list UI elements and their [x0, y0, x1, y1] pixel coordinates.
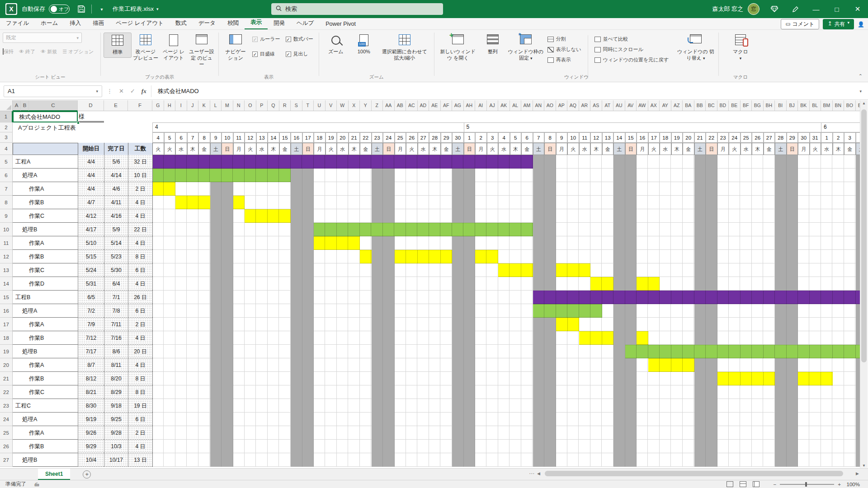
duration[interactable]: 6 日 — [128, 413, 152, 426]
end-date[interactable]: 10/17 — [104, 453, 128, 467]
end-date[interactable]: 7/1 — [104, 291, 128, 304]
gantt-bar-yellow[interactable] — [556, 318, 579, 331]
end-date[interactable]: 7/16 — [104, 331, 128, 345]
end-date[interactable]: 5/14 — [104, 236, 128, 250]
row-header-24[interactable]: 24 — [0, 413, 13, 426]
end-date[interactable]: 4/6 — [104, 182, 128, 196]
duration[interactable]: 4 日 — [128, 196, 152, 209]
start-date[interactable]: 5/10 — [78, 236, 104, 250]
gantt-day-cell[interactable]: 7 — [187, 132, 199, 143]
gantt-day-cell[interactable]: 9 — [210, 132, 222, 143]
row-header-1[interactable]: 1 — [0, 111, 13, 122]
column-header-AV[interactable]: AV — [625, 100, 637, 111]
column-header-G[interactable]: G — [152, 100, 164, 111]
end-date[interactable]: 8/20 — [104, 372, 128, 385]
column-header-BF[interactable]: BF — [741, 100, 752, 111]
gantt-day-cell[interactable]: 5 — [510, 132, 522, 143]
gantt-day-cell[interactable]: 24 — [729, 132, 741, 143]
end-date[interactable]: 4/16 — [104, 209, 128, 223]
gantt-weekday-cell[interactable]: 月 — [556, 143, 568, 155]
gantt-day-cell[interactable]: 13 — [256, 132, 268, 143]
column-header-C[interactable]: C — [29, 100, 78, 111]
start-date[interactable]: 7/2 — [78, 304, 104, 318]
gantt-day-cell[interactable]: 11 — [233, 132, 245, 143]
gantt-weekday-cell[interactable]: 木 — [752, 143, 764, 155]
row-header-12[interactable]: 12 — [0, 250, 13, 263]
gantt-bar-purple[interactable] — [533, 291, 860, 304]
gantt-weekday-cell[interactable]: 水 — [256, 143, 268, 155]
gantt-day-cell[interactable]: 9 — [556, 132, 568, 143]
task-label[interactable]: 工程B — [15, 291, 79, 304]
gantt-weekday-cell[interactable]: 日 — [464, 143, 476, 155]
gantt-weekday-cell[interactable]: 土 — [775, 143, 787, 155]
column-header-M[interactable]: M — [222, 100, 233, 111]
person-search-icon[interactable]: 👤 — [858, 21, 864, 28]
duration[interactable]: 2 日 — [128, 182, 152, 196]
gantt-day-cell[interactable]: 22 — [360, 132, 372, 143]
start-date[interactable]: 7/9 — [78, 318, 104, 331]
hide-button[interactable]: 表示しない — [547, 45, 581, 54]
gantt-weekday-cell[interactable]: 水 — [660, 143, 671, 155]
end-date[interactable]: 5/23 — [104, 250, 128, 263]
gantt-bar-yellow[interactable] — [314, 236, 360, 250]
gantt-weekday-cell[interactable]: 土 — [694, 143, 706, 155]
view-side-by-side-button[interactable]: 並べて比較 — [594, 34, 669, 44]
gantt-day-cell[interactable]: 3 — [844, 132, 856, 143]
row-header-17[interactable]: 17 — [0, 318, 13, 331]
gantt-weekday-cell[interactable]: 水 — [418, 143, 429, 155]
page-break-view-icon[interactable] — [753, 481, 760, 487]
gantt-weekday-cell[interactable]: 火 — [406, 143, 418, 155]
start-date[interactable]: 9/29 — [78, 440, 104, 453]
column-header-N[interactable]: N — [233, 100, 245, 111]
gantt-weekday-cell[interactable]: 木 — [429, 143, 441, 155]
gantt-day-cell[interactable]: 16 — [637, 132, 648, 143]
column-header-AJ[interactable]: AJ — [487, 100, 499, 111]
column-header-BP[interactable]: BP — [856, 100, 860, 111]
duration[interactable]: 4 日 — [128, 277, 152, 291]
gantt-day-cell[interactable]: 5 — [164, 132, 176, 143]
gantt-weekday-cell[interactable]: 土 — [533, 143, 545, 155]
duration[interactable]: 13 日 — [128, 453, 152, 467]
ribbon-tab-ファイル[interactable]: ファイル — [0, 18, 35, 29]
document-title[interactable]: 作業工程表.xlsx ▾ — [113, 5, 159, 13]
headings-checkbox[interactable]: ✓見出し — [286, 49, 313, 59]
column-header-P[interactable]: P — [256, 100, 268, 111]
gantt-bar-purple[interactable] — [152, 155, 533, 169]
ribbon-tab-Power Pivot[interactable]: Power Pivot — [320, 19, 362, 29]
row-header-10[interactable]: 10 — [0, 223, 13, 236]
row-header-3[interactable]: 3 — [0, 132, 13, 143]
column-header-Z[interactable]: Z — [372, 100, 383, 111]
start-date[interactable]: 4/4 — [78, 169, 104, 182]
column-header-I[interactable]: I — [175, 100, 187, 111]
gantt-day-cell[interactable]: 4 — [856, 132, 860, 143]
row-header-6[interactable]: 6 — [0, 169, 13, 182]
arrange-all-button[interactable]: 整列 — [479, 33, 507, 57]
row-header-14[interactable]: 14 — [0, 277, 13, 291]
gantt-day-cell[interactable]: 24 — [383, 132, 395, 143]
gantt-day-cell[interactable]: 26 — [406, 132, 418, 143]
row-header-11[interactable]: 11 — [0, 236, 13, 250]
vertical-scroll-thumb[interactable] — [861, 109, 867, 362]
start-date[interactable]: 9/26 — [78, 426, 104, 440]
gantt-day-cell[interactable]: 21 — [349, 132, 360, 143]
gantt-weekday-cell[interactable]: 金 — [198, 143, 210, 155]
gantt-bar-yellow[interactable] — [579, 331, 614, 345]
horizontal-scroll-thumb[interactable] — [545, 471, 843, 476]
gantt-day-cell[interactable]: 1 — [464, 132, 476, 143]
gantt-weekday-cell[interactable]: 火 — [164, 143, 176, 155]
row-header-4[interactable]: 4 — [0, 143, 13, 155]
task-label[interactable]: 処理A — [22, 169, 85, 182]
column-header-AU[interactable]: AU — [613, 100, 625, 111]
gridlines-checkbox[interactable]: ✓目盛線 — [252, 49, 280, 59]
column-header-AX[interactable]: AX — [648, 100, 660, 111]
column-header-AC[interactable]: AC — [406, 100, 418, 111]
insert-function-icon[interactable]: fx — [142, 88, 146, 95]
start-date[interactable]: 10/4 — [78, 453, 104, 467]
start-date[interactable]: 8/30 — [78, 399, 104, 413]
end-date[interactable]: 6/4 — [104, 277, 128, 291]
start-date[interactable]: 8/7 — [78, 358, 104, 372]
column-header-X[interactable]: X — [349, 100, 360, 111]
gantt-day-cell[interactable]: 6 — [175, 132, 187, 143]
gantt-weekday-cell[interactable]: 土 — [291, 143, 302, 155]
end-date[interactable]: 9/25 — [104, 413, 128, 426]
